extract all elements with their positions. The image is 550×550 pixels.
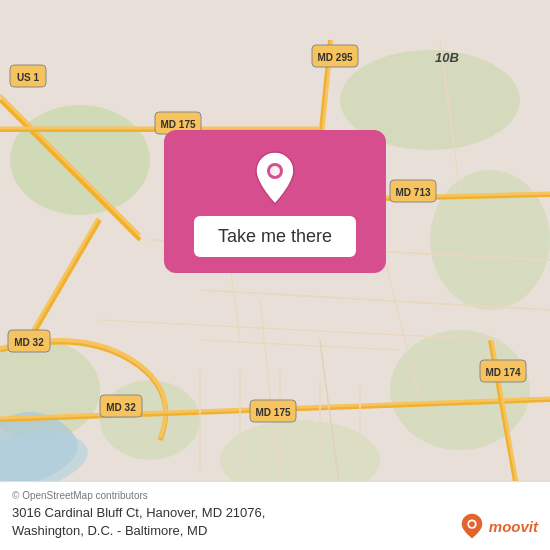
svg-text:MD 32: MD 32 [14,337,44,348]
svg-point-56 [469,521,475,527]
svg-point-3 [430,170,550,310]
location-pin-icon [251,150,299,206]
moovit-logo: moovit [458,512,538,540]
take-me-there-button[interactable]: Take me there [194,216,356,257]
svg-text:US 1: US 1 [17,72,40,83]
svg-point-7 [100,380,200,460]
attribution: © OpenStreetMap contributors [12,490,538,501]
info-bar: © OpenStreetMap contributors 3016 Cardin… [0,481,550,550]
map-container: US 1 MD 295 MD 175 MD 713 MD 32 MD 32 MD… [0,0,550,550]
svg-text:10B: 10B [435,50,459,65]
svg-text:MD 713: MD 713 [395,187,430,198]
moovit-text: moovit [489,518,538,535]
svg-text:MD 174: MD 174 [485,367,520,378]
svg-text:MD 175: MD 175 [160,119,195,130]
cta-container: Take me there [164,130,386,273]
svg-text:MD 295: MD 295 [317,52,352,63]
svg-text:MD 175: MD 175 [255,407,290,418]
address-line1: 3016 Cardinal Bluff Ct, Hanover, MD 2107… [12,505,265,520]
cta-card: Take me there [164,130,386,273]
svg-text:MD 32: MD 32 [106,402,136,413]
map-background: US 1 MD 295 MD 175 MD 713 MD 32 MD 32 MD… [0,0,550,550]
address-line2: Washington, D.C. - Baltimore, MD [12,523,207,538]
svg-point-54 [270,166,280,176]
svg-point-1 [10,105,150,215]
moovit-icon [458,512,486,540]
